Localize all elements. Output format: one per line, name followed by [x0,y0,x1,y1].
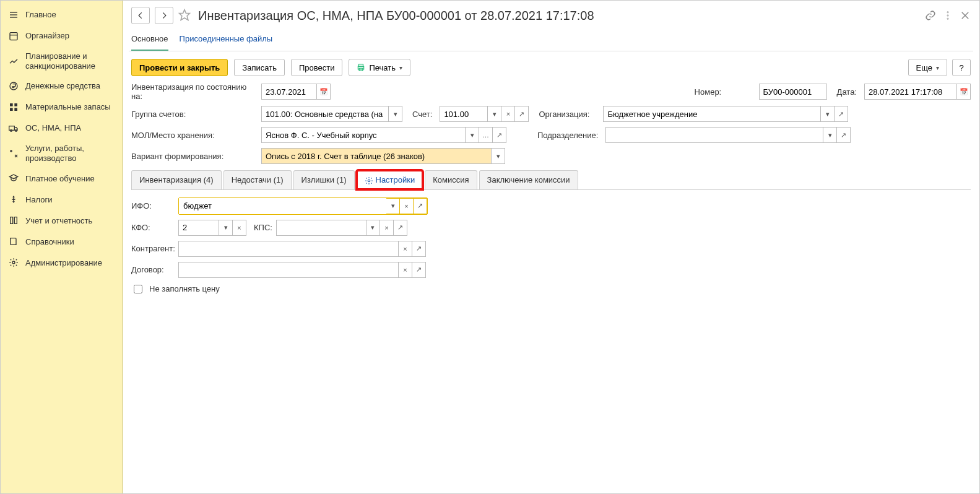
sidebar-item-education[interactable]: Платное обучение [1,168,122,189]
open-icon[interactable]: ↗ [837,127,851,143]
ellipsis-icon[interactable]: … [479,127,493,143]
open-icon[interactable]: ↗ [412,241,426,257]
calendar-icon[interactable]: 📅 [957,84,971,100]
chevron-down-icon[interactable]: ▾ [219,220,233,236]
number-input[interactable] [759,84,827,100]
mol-input[interactable]: ▾…↗ [261,127,506,143]
contract-field[interactable] [178,262,399,278]
clear-icon[interactable]: × [380,220,394,236]
favorite-icon[interactable] [178,9,191,23]
help-button[interactable]: ? [952,59,971,76]
titlebar: Инвентаризация ОС, НМА, НПА БУ00-000001 … [123,1,979,28]
link-icon[interactable] [925,10,936,21]
sidebar-item-materials[interactable]: Материальные запасы [1,97,122,118]
as-of-input[interactable]: 📅 [261,84,331,100]
org-input[interactable]: ▾↗ [603,106,848,122]
open-icon[interactable]: ↗ [394,220,407,236]
group-input[interactable]: ▾ [261,106,402,122]
nav-back-button[interactable] [131,7,150,24]
as-of-field[interactable] [261,84,317,100]
sidebar-item-assets[interactable]: ОС, НМА, НПА [1,118,122,139]
chevron-down-icon[interactable]: ▾ [386,198,400,214]
account-field[interactable] [440,106,488,122]
date-input[interactable]: 📅 [864,84,971,100]
more-button[interactable]: Еще▾ [908,59,947,76]
save-button[interactable]: Записать [234,59,285,76]
kps-input[interactable]: ▾×↗ [276,220,407,236]
clear-icon[interactable]: × [399,241,412,257]
as-of-label: Инвентаризация по состоянию на: [131,82,256,101]
open-icon[interactable]: ↗ [515,106,529,122]
chevron-down-icon[interactable]: ▾ [492,148,505,164]
org-label: Организация: [539,110,596,119]
tab-surplus[interactable]: Излишки (1) [293,170,355,189]
clear-icon[interactable]: × [400,198,414,214]
open-icon[interactable]: ↗ [493,127,506,143]
mol-field[interactable] [261,127,466,143]
ifo-input[interactable]: ▾×↗ [178,197,428,215]
clear-icon[interactable]: × [399,262,412,278]
sidebar-item-taxes[interactable]: Налоги [1,189,122,210]
sidebar-item-organizer[interactable]: Органайзер [1,25,122,46]
open-icon[interactable]: ↗ [414,198,427,214]
tab-conclusion[interactable]: Заключение комиссии [479,170,578,189]
variant-field[interactable] [261,148,492,164]
kfo-field[interactable] [178,220,219,236]
more-icon[interactable] [942,10,953,21]
print-button[interactable]: Печать ▾ [349,59,410,76]
sidebar-item-money[interactable]: Денежные средства [1,76,122,97]
subnav-files[interactable]: Присоединенные файлы [180,30,273,51]
ifo-label: ИФО: [131,201,175,210]
chevron-down-icon[interactable]: ▾ [821,106,835,122]
subnav-main[interactable]: Основное [131,30,168,51]
variant-input[interactable]: ▾ [261,148,505,164]
variant-label: Вариант формирования: [131,152,256,161]
open-icon[interactable]: ↗ [412,262,426,278]
dept-field[interactable] [605,127,823,143]
number-label: Номер: [695,87,752,97]
chevron-down-icon[interactable]: ▾ [466,127,479,143]
dept-input[interactable]: ▾↗ [605,127,851,143]
sidebar-item-main[interactable]: Главное [1,4,122,25]
svg-rect-3 [10,33,17,40]
kps-field[interactable] [276,220,366,236]
sidebar-item-accounting[interactable]: Учет и отчетность [1,210,122,231]
calendar-icon [8,30,19,41]
post-and-close-button[interactable]: Провести и закрыть [131,59,228,76]
chevron-down-icon[interactable]: ▾ [366,220,380,236]
kfo-input[interactable]: ▾× [178,220,246,236]
sidebar-item-planning[interactable]: Планирование и санкционирование [1,46,122,76]
open-icon[interactable]: ↗ [835,106,848,122]
sidebar-item-services[interactable]: Услуги, работы, производство [1,139,122,168]
no-price-checkbox[interactable]: Не заполнять цену [131,283,220,295]
svg-rect-6 [10,103,13,106]
date-field[interactable] [864,84,957,100]
clear-icon[interactable]: × [501,106,515,122]
org-field[interactable] [603,106,821,122]
group-field[interactable] [261,106,389,122]
calendar-icon[interactable]: 📅 [317,84,331,100]
tab-commission[interactable]: Комиссия [425,170,477,189]
contract-input[interactable]: ×↗ [178,262,426,278]
nav-forward-button[interactable] [155,7,173,24]
ifo-field[interactable] [179,198,386,214]
sidebar-item-reference[interactable]: Справочники [1,231,122,252]
close-icon[interactable] [960,10,971,21]
number-field[interactable] [759,84,827,100]
tab-inventory[interactable]: Инвентаризация (4) [131,170,222,189]
chevron-down-icon[interactable]: ▾ [823,127,837,143]
tab-settings[interactable]: Настройки [357,170,423,189]
svg-rect-9 [14,108,17,111]
post-button[interactable]: Провести [291,59,343,76]
account-input[interactable]: ▾×↗ [440,106,529,122]
tab-shortages[interactable]: Недостачи (1) [223,170,292,189]
chevron-down-icon[interactable]: ▾ [488,106,501,122]
sidebar-item-label: Справочники [25,237,115,247]
clear-icon[interactable]: × [233,220,246,236]
contragent-input[interactable]: ×↗ [178,241,426,257]
no-price-input[interactable] [134,285,142,293]
chevron-down-icon[interactable]: ▾ [389,106,402,122]
sidebar-item-admin[interactable]: Администрирование [1,252,122,273]
contragent-field[interactable] [178,241,399,257]
svg-rect-8 [10,108,13,111]
